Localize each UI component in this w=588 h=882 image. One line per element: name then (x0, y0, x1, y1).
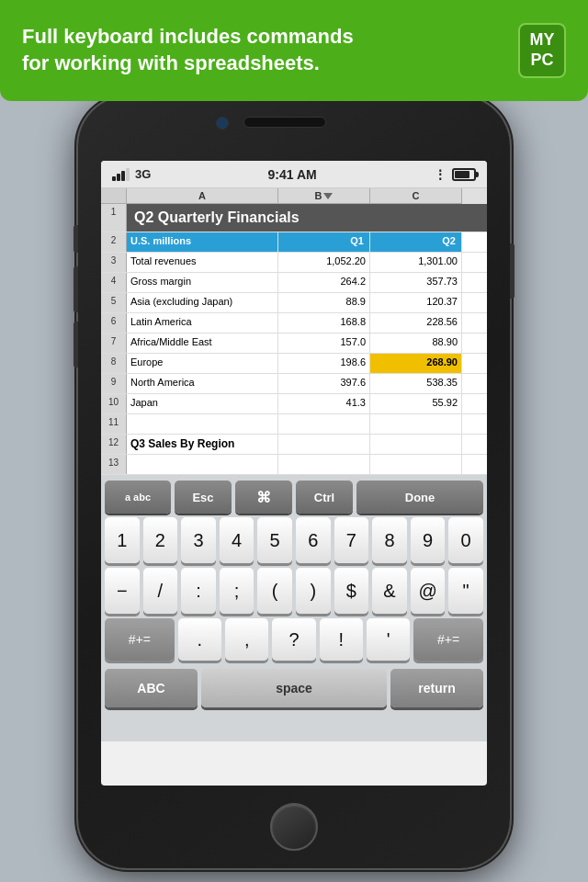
key-dollar[interactable]: $ (334, 568, 369, 614)
signal-icon (112, 168, 130, 181)
cell-label: Asia (excluding Japan) (127, 293, 278, 312)
key-2[interactable]: 2 (143, 517, 178, 563)
row-num: 8 (101, 354, 127, 373)
table-row[interactable]: 7 Africa/Middle East 157.0 88.90 (101, 334, 487, 354)
cell-empty (370, 455, 462, 474)
cell-q1: 88.9 (278, 293, 370, 312)
key-4[interactable]: 4 (220, 517, 254, 563)
cell-q1: 264.2 (278, 273, 370, 292)
key-colon[interactable]: : (181, 568, 216, 614)
table-row[interactable]: 5 Asia (excluding Japan) 88.9 120.37 (101, 293, 487, 313)
key-5[interactable]: 5 (257, 517, 292, 563)
key-semicolon[interactable]: ; (220, 568, 254, 614)
key-3[interactable]: 3 (181, 517, 216, 563)
volume-down-button[interactable] (74, 322, 78, 368)
key-quote[interactable]: " (448, 568, 483, 614)
col-header-row: A B C (101, 188, 487, 204)
key-minus[interactable]: − (105, 568, 140, 614)
header-row: 2 U.S. millions Q1 Q2 (101, 232, 487, 253)
key-exclaim[interactable]: ! (320, 618, 363, 661)
spreadsheet[interactable]: A B C 1 Q2 Quarterly Financials 2 U.S. m… (101, 188, 487, 475)
table-row: 12 Q3 Sales By Region (101, 435, 487, 455)
key-close-paren[interactable]: ) (296, 568, 331, 614)
title-row: 1 Q2 Quarterly Financials (101, 204, 487, 232)
row-num: 6 (101, 313, 127, 333)
cell-q1: 198.6 (278, 354, 370, 373)
sheet-title-cell: Q2 Quarterly Financials (127, 204, 487, 232)
key-at[interactable]: @ (411, 568, 446, 614)
cell-q1: 168.8 (278, 313, 370, 333)
cell-label: Africa/Middle East (127, 334, 278, 353)
key-8[interactable]: 8 (372, 517, 407, 563)
key-apostrophe[interactable]: ' (367, 618, 410, 661)
cell-label: Gross margin (127, 273, 278, 292)
key-7[interactable]: 7 (334, 517, 369, 563)
key-numpad-right[interactable]: #+= (413, 618, 483, 661)
bottom-row: ABC space return (101, 665, 487, 711)
row-num-header (101, 188, 127, 204)
row-num: 12 (101, 435, 127, 454)
table-row: 13 (101, 455, 487, 475)
battery-fill (455, 171, 469, 178)
phone-screen: 3G 9:41 AM ⋮ A B C (101, 161, 487, 786)
table-row[interactable]: 9 North America 397.6 538.35 (101, 374, 487, 394)
table-row[interactable]: 8 Europe 198.6 268.90 (101, 354, 487, 374)
number-row: 1 2 3 4 5 6 7 8 9 0 (101, 517, 487, 563)
key-question[interactable]: ? (272, 618, 315, 661)
volume-up-button[interactable] (74, 266, 78, 312)
cell-label: North America (127, 374, 278, 393)
bluetooth-icon: ⋮ (434, 167, 447, 182)
mute-button[interactable] (74, 225, 78, 253)
key-space[interactable]: space (201, 669, 387, 707)
row-num-2: 2 (101, 232, 127, 252)
key-slash[interactable]: / (143, 568, 178, 614)
banner-text: Full keyboard includes commandsfor worki… (22, 24, 354, 76)
key-period[interactable]: . (178, 618, 221, 661)
phone-frame: 3G 9:41 AM ⋮ A B C (78, 96, 510, 868)
cell-q2: 88.90 (370, 334, 462, 353)
ctrl-key[interactable]: Ctrl (296, 481, 353, 514)
esc-key[interactable]: Esc (175, 481, 232, 514)
row-num: 10 (101, 394, 127, 413)
cell-q2: 1,301.00 (370, 253, 462, 272)
power-button[interactable] (510, 243, 514, 299)
top-banner: Full keyboard includes commandsfor worki… (0, 0, 588, 101)
cell-label: Europe (127, 354, 278, 373)
sort-arrow-icon (323, 193, 333, 199)
key-0[interactable]: 0 (448, 517, 483, 563)
row-num-1: 1 (101, 204, 127, 232)
key-1[interactable]: 1 (105, 517, 140, 563)
key-ampersand[interactable]: & (372, 568, 407, 614)
cell-q2: 55.92 (370, 394, 462, 413)
key-9[interactable]: 9 (411, 517, 446, 563)
table-row[interactable]: 3 Total revenues 1,052.20 1,301.00 (101, 253, 487, 273)
table-row[interactable]: 4 Gross margin 264.2 357.73 (101, 273, 487, 293)
cell-q1: 157.0 (278, 334, 370, 353)
cmd-key[interactable]: ⌘ (235, 481, 292, 514)
abc-key[interactable]: a abc (105, 481, 171, 514)
cell-label: Total revenues (127, 253, 278, 272)
cell-q2-highlight: 268.90 (370, 354, 462, 373)
mypc-badge: MYPC (518, 23, 566, 77)
key-return[interactable]: return (390, 669, 483, 707)
key-open-paren[interactable]: ( (257, 568, 292, 614)
symbol-row: − / : ; ( ) $ & @ " (101, 568, 487, 614)
q3-label: Q3 Sales By Region (127, 435, 278, 454)
col-header-b: B (278, 188, 370, 204)
cell-empty (278, 435, 370, 454)
status-right: ⋮ (434, 167, 476, 182)
status-bar: 3G 9:41 AM ⋮ (101, 161, 487, 188)
table-row[interactable]: 10 Japan 41.3 55.92 (101, 394, 487, 414)
key-comma[interactable]: , (225, 618, 268, 661)
phone-bottom (270, 786, 318, 868)
key-abc[interactable]: ABC (105, 669, 198, 707)
key-6[interactable]: 6 (296, 517, 331, 563)
cell-q1: 41.3 (278, 394, 370, 413)
key-numpad[interactable]: #+= (105, 618, 175, 661)
col-header-c: C (370, 188, 462, 204)
home-button[interactable] (270, 803, 318, 851)
cell-empty (278, 414, 370, 434)
table-row[interactable]: 6 Latin America 168.8 228.56 (101, 313, 487, 334)
cell-q2: 228.56 (370, 313, 462, 333)
done-key[interactable]: Done (356, 481, 483, 514)
